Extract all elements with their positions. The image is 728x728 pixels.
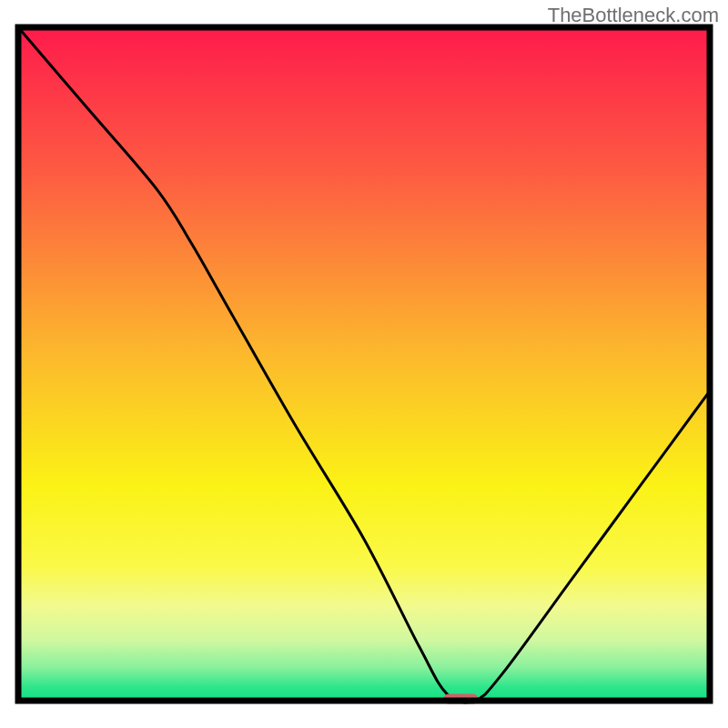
bottleneck-chart	[0, 0, 728, 728]
chart-container: TheBottleneck.com	[0, 0, 728, 728]
watermark-text: TheBottleneck.com	[548, 4, 719, 27]
plot-background	[18, 27, 710, 701]
